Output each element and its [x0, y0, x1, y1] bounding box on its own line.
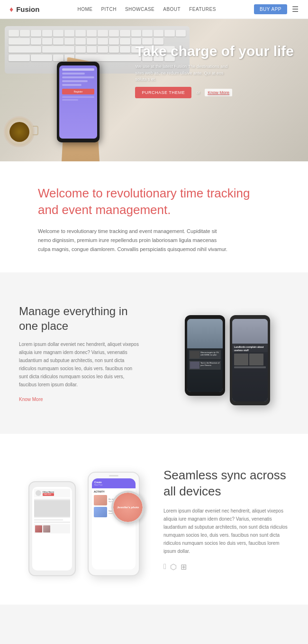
seamless-phones: Chloe Haven FEATURED	[19, 462, 145, 576]
manage-phone-2: Landlords complain about useless stuff	[230, 315, 270, 405]
hero-buttons: Purchase Theme or Know More	[135, 87, 294, 98]
seamless-heading: Seamless sync across all devices	[163, 467, 289, 500]
additional-section: Additional effects unique to app Lorem i…	[0, 605, 308, 644]
nav-features[interactable]: Features	[189, 7, 216, 12]
hamburger-menu-icon[interactable]: ☰	[292, 5, 299, 14]
navbar: ♦ Fusion Home Pitch Showcase About Featu…	[0, 0, 308, 19]
magnifier-decoration: Jennifer's photo	[111, 491, 145, 524]
purchase-theme-button[interactable]: Purchase Theme	[135, 87, 191, 98]
nav-links: Home Pitch Showcase About Features	[77, 7, 216, 12]
coffee-cup-decoration	[4, 116, 35, 147]
manage-link[interactable]: Know More	[19, 397, 43, 402]
hero-content: Take charge of your life We use at the l…	[135, 43, 294, 98]
hero-or-text: or	[196, 90, 200, 95]
nav-showcase[interactable]: Showcase	[125, 7, 154, 12]
logo-text: Fusion	[16, 5, 39, 13]
android-icon: ⬡	[170, 562, 177, 571]
hand-with-phone: Register	[47, 47, 123, 161]
manage-text: Manage everything in one place Lorem ips…	[19, 304, 152, 403]
seamless-text: Seamless sync across all devices Lorem i…	[159, 467, 289, 571]
manage-section: Manage everything in one place Lorem ips…	[0, 272, 308, 434]
manage-body: Lorem ipsum dollar eveniet nec hendrerit…	[19, 340, 142, 389]
hero-more-link[interactable]: Know More	[205, 89, 232, 96]
nav-home[interactable]: Home	[77, 7, 92, 12]
nav-cta: Buy App ☰	[254, 4, 299, 14]
hero-description: We use at the latest Fusion The destinat…	[135, 64, 230, 83]
welcome-heading: Welcome to revolutionary time tracking a…	[38, 185, 270, 218]
seamless-section: Chloe Haven FEATURED	[0, 434, 308, 605]
seamless-phone-back: Chloe Haven FEATURED	[28, 481, 76, 576]
hero-section: Register Take charge of your life We use…	[0, 19, 308, 161]
seamless-body: Lorem ipsum dollar eveniet nec hendrerit…	[163, 507, 289, 555]
welcome-section: Welcome to revolutionary time tracking a…	[0, 161, 308, 272]
logo[interactable]: ♦ Fusion	[9, 5, 39, 14]
apple-icon: 	[163, 562, 166, 571]
seamless-phone-front: Create New Post ACTIVITY thu oct 22 or M…	[88, 472, 140, 576]
manage-phones: Obama targets tip 1% with $300b tax plan…	[166, 301, 289, 405]
nav-about[interactable]: About	[163, 7, 181, 12]
platform-icons:  ⬡ ⊞	[163, 562, 289, 571]
manage-heading: Manage everything in one place	[19, 304, 142, 333]
manage-phone-1: Obama targets tip 1% with $300b tax plan…	[185, 315, 225, 396]
nav-pitch[interactable]: Pitch	[101, 7, 117, 12]
windows-icon: ⊞	[181, 562, 187, 571]
additional-phones: f Log In Hong Kong On Night Hong Kong Ni	[161, 633, 289, 644]
magnifier-text: Jennifer's photo	[117, 505, 139, 509]
buy-app-button[interactable]: Buy App	[254, 4, 287, 14]
welcome-body: Welcome to revolutionary time tracking a…	[38, 227, 227, 253]
logo-icon: ♦	[9, 5, 13, 14]
hero-title: Take charge of your life	[135, 43, 294, 60]
